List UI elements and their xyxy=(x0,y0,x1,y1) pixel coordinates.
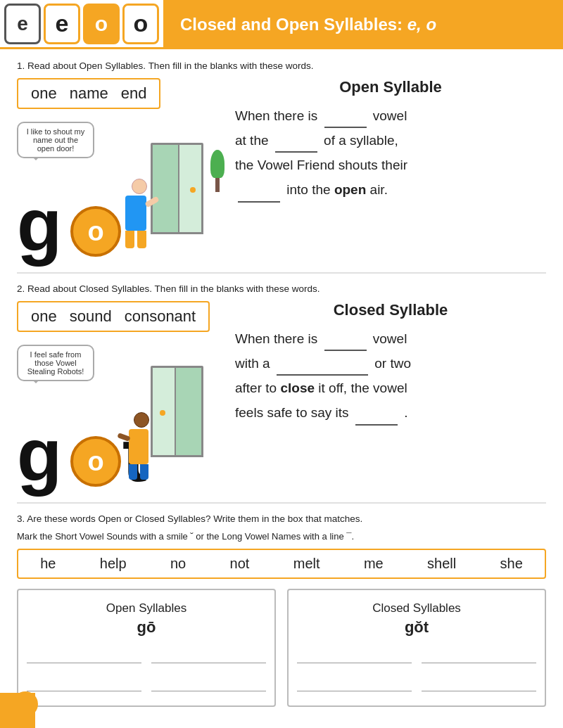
open-line-row-2 xyxy=(27,676,266,691)
section3-word-box: he help no not melt me shell she xyxy=(17,549,546,579)
open-box-title: Open Syllables xyxy=(27,601,266,615)
s1-bold1: open xyxy=(334,182,366,197)
main-content: 1. Read about Open Syllables. Then fill … xyxy=(0,49,563,718)
closed-write-line-3[interactable] xyxy=(297,676,412,691)
s2-word1: one xyxy=(31,307,57,326)
header-icons: e e o o xyxy=(0,0,163,49)
divider1 xyxy=(17,272,546,274)
s3-word-me: me xyxy=(357,556,391,572)
icon-e-large: e xyxy=(44,4,80,44)
word3: end xyxy=(121,84,147,103)
closed-syllable-title: Closed Syllable xyxy=(235,301,546,319)
open-write-line-1[interactable] xyxy=(27,648,141,663)
closed-write-line-1[interactable] xyxy=(297,648,412,663)
s1-into: into the xyxy=(286,182,334,197)
door-section2 xyxy=(151,366,214,464)
open-write-lines xyxy=(27,648,266,691)
closed-box-title: Closed Syllables xyxy=(297,601,536,615)
closed-syllable-text: When there is vowel with a or two after … xyxy=(235,326,546,426)
blank2-open[interactable] xyxy=(275,151,317,153)
section1-right: Open Syllable When there is vowel at the… xyxy=(235,78,546,203)
open-box-example: gō xyxy=(27,618,266,637)
blank1-closed[interactable] xyxy=(324,350,367,351)
blank3-closed[interactable] xyxy=(355,424,398,426)
s2-period: . xyxy=(404,405,407,420)
section2-illustration: I feel safe from those Vowel Stealing Ro… xyxy=(17,345,214,492)
header: e e o o Closed and Open Syllables: e, o xyxy=(0,0,563,49)
section2-right: Closed Syllable When there is vowel with… xyxy=(235,301,546,426)
open-syllable-title: Open Syllable xyxy=(235,78,546,96)
s1-of: of a syllable, xyxy=(324,133,398,148)
s3-word-shell: shell xyxy=(420,556,463,572)
section1-label: 1. Read about Open Syllables. Then fill … xyxy=(17,60,546,71)
s2-text2a: with a xyxy=(235,356,270,371)
s1-text3: the Vowel Friend shouts their xyxy=(235,158,407,172)
section2-word-box: one sound consonant xyxy=(17,301,210,332)
s3-word-she: she xyxy=(493,556,530,572)
icon-e-small: e xyxy=(4,4,41,44)
s2-text1: When there is xyxy=(235,331,317,346)
s3-word-help: help xyxy=(93,556,134,572)
s2-text3a: after to xyxy=(235,381,277,395)
vowel-o-circle-2: o xyxy=(70,436,121,487)
closed-write-line-2[interactable] xyxy=(422,648,536,663)
icon-o-ring: o xyxy=(83,4,120,44)
divider2 xyxy=(17,502,546,504)
closed-line-row-1 xyxy=(297,648,536,663)
s3-word-melt: melt xyxy=(286,556,327,572)
figure-section1 xyxy=(125,179,147,248)
s1-air: air. xyxy=(370,182,388,197)
speech-bubble-2: I feel safe from those Vowel Stealing Ro… xyxy=(17,345,94,381)
open-syllable-box: Open Syllables gō xyxy=(17,589,276,707)
word1: one xyxy=(31,84,57,103)
s2-text3b: it off, the vowel xyxy=(318,381,407,395)
blank1-open[interactable] xyxy=(324,127,367,128)
s3-word-not: not xyxy=(223,556,257,572)
section3-sublabel: Mark the Short Vowel Sounds with a smile… xyxy=(17,531,546,542)
s2-word2: sound xyxy=(70,307,112,326)
blank2-closed[interactable] xyxy=(277,374,368,376)
blank3-open[interactable] xyxy=(238,201,280,203)
door-section1 xyxy=(151,143,214,241)
open-write-line-3[interactable] xyxy=(27,676,141,691)
closed-box-example: gŏt xyxy=(297,618,536,637)
header-title: Closed and Open Syllables: e, o xyxy=(163,0,563,49)
header-title-text: Closed and Open Syllables: e, o xyxy=(180,15,436,34)
s2-or-two: or two xyxy=(374,356,411,371)
section2-row: one sound consonant I feel safe from tho… xyxy=(17,301,546,492)
open-line-row-1 xyxy=(27,648,266,663)
s1-text1b: vowel xyxy=(373,108,407,123)
section2-label: 2. Read about Closed Syllables. Then fil… xyxy=(17,283,546,294)
open-write-line-4[interactable] xyxy=(151,676,266,691)
section2-left: one sound consonant I feel safe from tho… xyxy=(17,301,221,492)
two-boxes: Open Syllables gō Closed Syllables gŏt xyxy=(17,589,546,707)
s1-text1: When there is xyxy=(235,108,317,123)
closed-line-row-2 xyxy=(297,676,536,691)
speech-bubble-1: I like to shout my name out the open doo… xyxy=(17,122,94,158)
closed-write-lines xyxy=(297,648,536,691)
closed-write-line-4[interactable] xyxy=(422,676,536,691)
s2-text4a: feels safe to say its xyxy=(235,405,349,420)
section3-label: 3. Are these words Open or Closed Syllab… xyxy=(17,513,546,524)
s3-word-he: he xyxy=(33,556,63,572)
figure-section2 xyxy=(128,412,149,480)
section1-word-box: one name end xyxy=(17,78,160,109)
s2-text1b: vowel xyxy=(373,331,407,346)
word2: name xyxy=(70,84,108,103)
open-syllable-text: When there is vowel at the of a syllable… xyxy=(235,103,546,203)
big-go-letter-g: g xyxy=(17,189,62,262)
section1-illustration: I like to shout my name out the open doo… xyxy=(17,122,214,262)
s2-word3: consonant xyxy=(125,307,196,326)
section1-row: one name end I like to shout my name out… xyxy=(17,78,546,262)
s2-bold-close: close xyxy=(280,381,315,395)
open-write-line-2[interactable] xyxy=(151,648,266,663)
section1-left: one name end I like to shout my name out… xyxy=(17,78,221,262)
s1-text2a: at the xyxy=(235,133,269,148)
icon-o-large: o xyxy=(122,4,159,44)
closed-syllable-box: Closed Syllables gŏt xyxy=(287,589,546,707)
s3-word-no: no xyxy=(163,556,193,572)
vowel-o-circle: o xyxy=(70,206,121,257)
big-got-letter-g: g xyxy=(17,419,62,492)
